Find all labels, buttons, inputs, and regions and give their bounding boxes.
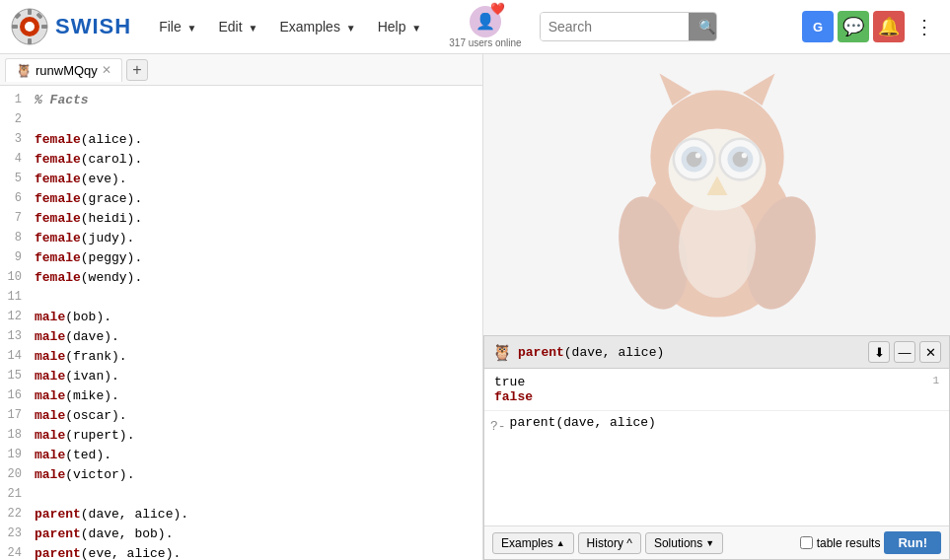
more-icon-btn[interactable]: ⋮ bbox=[909, 11, 940, 42]
svg-point-19 bbox=[741, 153, 746, 158]
code-line-8: 8 female(judy). bbox=[0, 229, 482, 248]
search-container: 🔍 bbox=[540, 12, 717, 41]
code-line-7: 7 female(heidi). bbox=[0, 209, 482, 229]
nav-edit[interactable]: Edit ▼ bbox=[208, 13, 267, 40]
search-input[interactable] bbox=[541, 13, 689, 40]
code-line-16: 16 male(mike). bbox=[0, 386, 482, 406]
tab-bar: 🦉 runwMQqy ✕ + bbox=[0, 54, 482, 86]
history-btn[interactable]: History ^ bbox=[578, 532, 641, 554]
solutions-arrow: ▼ bbox=[705, 538, 714, 548]
table-results-container: table results bbox=[800, 536, 881, 550]
code-line-18: 18 male(rupert). bbox=[0, 426, 482, 446]
run-button[interactable]: Run! bbox=[884, 531, 941, 554]
svg-point-25 bbox=[679, 195, 756, 298]
query-editor[interactable]: parent(dave, alice) bbox=[510, 415, 943, 474]
logo-icon bbox=[10, 7, 49, 46]
code-line-24: 24 parent(eve, alice). bbox=[0, 544, 482, 560]
code-line-9: 9 female(peggy). bbox=[0, 248, 482, 268]
code-line-15: 15 male(ivan). bbox=[0, 367, 482, 386]
query-footer: Examples ▲ History ^ Solutions ▼ table r… bbox=[484, 525, 949, 559]
svg-rect-5 bbox=[41, 25, 47, 29]
table-results-checkbox[interactable] bbox=[800, 536, 813, 549]
solutions-btn[interactable]: Solutions ▼ bbox=[645, 532, 723, 554]
query-input-area: ?- parent(dave, alice) bbox=[484, 411, 949, 525]
query-results: true 1 false bbox=[484, 369, 949, 411]
result-line-number: 1 bbox=[932, 375, 939, 386]
search-button[interactable]: 🔍 bbox=[689, 13, 717, 40]
code-line-13: 13 male(dave). bbox=[0, 327, 482, 347]
owl-logo bbox=[589, 67, 845, 323]
query-prompt: ?- bbox=[490, 415, 510, 434]
code-line-17: 17 male(oscar). bbox=[0, 406, 482, 426]
svg-point-15 bbox=[694, 153, 699, 158]
code-line-10: 10 female(wendy). bbox=[0, 268, 482, 288]
svg-point-8 bbox=[25, 22, 35, 32]
heart-badge: ❤️ bbox=[490, 2, 505, 16]
code-line-21: 21 bbox=[0, 485, 482, 505]
code-line-1: 1 % Facts bbox=[0, 91, 482, 110]
code-line-14: 14 male(frank). bbox=[0, 347, 482, 367]
query-header: 🦉 parent(dave, alice) ⬇ — ✕ bbox=[484, 336, 949, 369]
code-line-4: 4 female(carol). bbox=[0, 150, 482, 170]
close-btn[interactable]: ✕ bbox=[919, 341, 941, 363]
nav-icons: G 💬 🔔 ⋮ bbox=[802, 11, 940, 42]
main-content: 🦉 runwMQqy ✕ + 1 % Facts 2 3 female(alic… bbox=[0, 54, 950, 560]
code-line-2: 2 bbox=[0, 110, 482, 130]
logo-text: SWISH bbox=[55, 14, 131, 39]
user-avatar-area: 👤 ❤️ bbox=[470, 6, 501, 37]
user-info[interactable]: 👤 ❤️ 317 users online bbox=[449, 6, 521, 48]
examples-btn[interactable]: Examples ▲ bbox=[492, 532, 574, 554]
code-line-19: 19 male(ted). bbox=[0, 446, 482, 465]
result-false: false bbox=[494, 389, 533, 404]
query-title: parent(dave, alice) bbox=[518, 345, 862, 360]
nav-examples[interactable]: Examples ▼ bbox=[269, 13, 365, 40]
nav-file[interactable]: File ▼ bbox=[149, 13, 206, 40]
svg-rect-3 bbox=[28, 38, 32, 44]
notification-icon-btn[interactable]: 🔔 bbox=[873, 11, 905, 42]
code-line-22: 22 parent(dave, alice). bbox=[0, 505, 482, 525]
add-tab-btn[interactable]: + bbox=[126, 59, 148, 81]
google-icon-btn[interactable]: G bbox=[802, 11, 834, 42]
nav-help[interactable]: Help ▼ bbox=[368, 13, 432, 40]
right-panel: 🦉 parent(dave, alice) ⬇ — ✕ true 1 false bbox=[483, 54, 950, 560]
examples-arrow: ▲ bbox=[556, 538, 565, 548]
navbar: SWISH File ▼ Edit ▼ Examples ▼ Help ▼ 👤 … bbox=[0, 0, 950, 54]
code-line-3: 3 female(alice). bbox=[0, 130, 482, 150]
code-line-11: 11 bbox=[0, 288, 482, 308]
svg-rect-4 bbox=[12, 25, 18, 29]
code-line-23: 23 parent(dave, bob). bbox=[0, 525, 482, 544]
query-panel: 🦉 parent(dave, alice) ⬇ — ✕ true 1 false bbox=[483, 335, 950, 560]
owl-background bbox=[483, 54, 950, 335]
logo-area[interactable]: SWISH bbox=[10, 7, 131, 46]
tab-icon: 🦉 bbox=[16, 63, 32, 78]
svg-rect-2 bbox=[28, 9, 32, 15]
result-true: true bbox=[494, 375, 525, 389]
minimize-btn[interactable]: — bbox=[894, 341, 915, 363]
nav-menu: File ▼ Edit ▼ Examples ▼ Help ▼ bbox=[149, 13, 431, 40]
result-true-line: true 1 bbox=[494, 375, 939, 389]
download-btn[interactable]: ⬇ bbox=[868, 341, 890, 363]
code-line-12: 12 male(bob). bbox=[0, 308, 482, 327]
query-icon: 🦉 bbox=[492, 343, 512, 362]
tab-close-btn[interactable]: ✕ bbox=[102, 63, 111, 77]
result-false-line: false bbox=[494, 389, 939, 404]
code-editor[interactable]: 1 % Facts 2 3 female(alice). 4 female(ca… bbox=[0, 86, 482, 560]
users-online: 317 users online bbox=[449, 37, 521, 48]
tab-label: runwMQqy bbox=[36, 63, 98, 78]
chat-icon-btn[interactable]: 💬 bbox=[838, 11, 869, 42]
query-actions: ⬇ — ✕ bbox=[868, 341, 941, 363]
code-line-5: 5 female(eve). bbox=[0, 170, 482, 189]
editor-area: 🦉 runwMQqy ✕ + 1 % Facts 2 3 female(alic… bbox=[0, 54, 483, 560]
code-line-20: 20 male(victor). bbox=[0, 465, 482, 485]
editor-tab[interactable]: 🦉 runwMQqy ✕ bbox=[5, 58, 122, 82]
code-line-6: 6 female(grace). bbox=[0, 189, 482, 209]
table-results-label: table results bbox=[817, 536, 881, 550]
